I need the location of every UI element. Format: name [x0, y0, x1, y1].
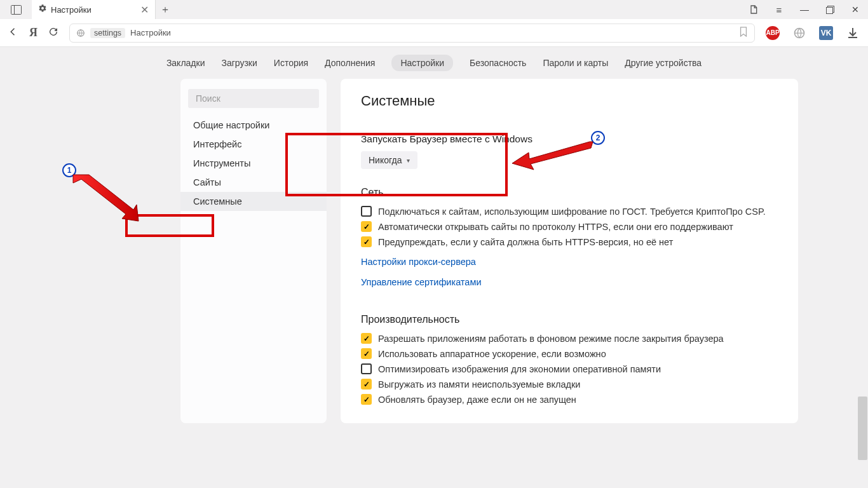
network-label-0[interactable]: Подключаться к сайтам, использующим шифр… [378, 207, 766, 217]
settings-topnav: ЗакладкиЗагрузкиИсторияДополненияНастрой… [0, 47, 868, 79]
performance-checkbox-3[interactable] [361, 379, 372, 390]
scrollbar-thumb[interactable] [858, 396, 867, 460]
minimize-button[interactable]: — [792, 0, 817, 19]
new-tab-button[interactable]: ＋ [156, 0, 175, 19]
certificates-link[interactable]: Управление сертификатами [361, 277, 481, 287]
bookmark-icon[interactable] [739, 27, 748, 39]
topnav-item-4[interactable]: Настройки [391, 55, 453, 71]
browser-tab[interactable]: Настройки ✕ [32, 0, 156, 19]
topnav-item-2[interactable]: История [274, 58, 308, 68]
tab-title: Настройки [51, 5, 137, 15]
network-row-1: Автоматически открывать сайты по протоко… [361, 221, 778, 232]
performance-label-3[interactable]: Выгружать из памяти неиспользуемые вклад… [378, 379, 580, 390]
settings-main-panel: Системные Запускать Браузер вместе с Win… [341, 79, 798, 423]
network-heading: Сеть [361, 187, 778, 198]
topnav-item-3[interactable]: Дополнения [325, 58, 375, 68]
performance-label-2[interactable]: Оптимизировать изображения для экономии … [378, 364, 661, 374]
globe-icon[interactable] [790, 24, 808, 42]
performance-label-0[interactable]: Разрешать приложениям работать в фоновом… [378, 334, 724, 344]
network-checkbox-1[interactable] [361, 221, 372, 232]
performance-checkbox-2[interactable] [361, 363, 372, 374]
network-checkbox-0[interactable] [361, 206, 372, 217]
address-host: settings [90, 28, 125, 38]
sidebar-item-2[interactable]: Инструменты [180, 154, 327, 173]
performance-row-3: Выгружать из памяти неиспользуемые вклад… [361, 379, 778, 390]
svg-rect-3 [826, 7, 832, 13]
performance-label-4[interactable]: Обновлять браузер, даже если он не запущ… [378, 395, 576, 405]
network-label-2[interactable]: Предупреждать, если у сайта должна быть … [378, 237, 673, 247]
performance-row-2: Оптимизировать изображения для экономии … [361, 363, 778, 374]
abp-extension-icon[interactable]: ABP [764, 24, 782, 42]
titlebar: Настройки ✕ ＋ ≡ — ✕ [0, 0, 868, 19]
back-button[interactable] [6, 26, 20, 40]
settings-sidebar: Поиск Общие настройкиИнтерфейсИнструмент… [180, 79, 327, 423]
close-tab-icon[interactable]: ✕ [140, 4, 149, 16]
address-bar[interactable]: settings Настройки [69, 24, 755, 43]
reload-button[interactable] [46, 27, 60, 39]
topnav-item-6[interactable]: Пароли и карты [543, 58, 608, 68]
performance-checkbox-0[interactable] [361, 333, 372, 344]
maximize-button[interactable] [817, 0, 843, 19]
close-window-button[interactable]: ✕ [843, 0, 868, 19]
downloads-icon[interactable] [844, 24, 862, 42]
sidebar-item-0[interactable]: Общие настройки [180, 116, 327, 135]
site-icon [76, 29, 85, 37]
network-label-1[interactable]: Автоматически открывать сайты по протоко… [378, 222, 733, 232]
startup-section: Запускать Браузер вместе с Windows Никог… [361, 123, 778, 175]
performance-row-1: Использовать аппаратное ускорение, если … [361, 348, 778, 359]
sidebar-item-1[interactable]: Интерфейс [180, 135, 327, 154]
sidebar-search-input[interactable]: Поиск [188, 89, 319, 108]
gear-icon [38, 4, 47, 15]
chevron-down-icon: ▾ [407, 157, 410, 164]
dropdown-value: Никогда [369, 155, 402, 165]
performance-row-4: Обновлять браузер, даже если он не запущ… [361, 394, 778, 405]
topnav-item-7[interactable]: Другие устройства [625, 58, 702, 68]
reading-mode-icon[interactable] [741, 0, 766, 19]
topnav-item-0[interactable]: Закладки [166, 58, 205, 68]
menu-icon[interactable]: ≡ [766, 0, 792, 19]
startup-dropdown[interactable]: Никогда ▾ [361, 151, 417, 169]
proxy-settings-link[interactable]: Настройки прокси-сервера [361, 257, 476, 267]
topnav-item-1[interactable]: Загрузки [221, 58, 257, 68]
performance-checkbox-4[interactable] [361, 394, 372, 405]
sidebar-item-4[interactable]: Системные [180, 192, 327, 211]
performance-row-0: Разрешать приложениям работать в фоновом… [361, 333, 778, 344]
svg-rect-0 [11, 5, 21, 14]
yandex-logo-icon[interactable]: Я [29, 26, 37, 39]
performance-checkbox-1[interactable] [361, 348, 372, 359]
startup-label: Запускать Браузер вместе с Windows [361, 133, 778, 145]
sidebar-toggle-button[interactable] [0, 0, 32, 19]
topnav-item-5[interactable]: Безопасность [470, 58, 526, 68]
performance-label-1[interactable]: Использовать аппаратное ускорение, если … [378, 349, 606, 359]
network-row-0: Подключаться к сайтам, использующим шифр… [361, 206, 778, 217]
network-row-2: Предупреждать, если у сайта должна быть … [361, 236, 778, 247]
vk-extension-icon[interactable]: VK [817, 24, 835, 42]
performance-heading: Производительность [361, 314, 778, 325]
sidebar-item-3[interactable]: Сайты [180, 173, 327, 192]
page-title: Системные [361, 93, 778, 109]
browser-toolbar: Я settings Настройки ABP VK [0, 19, 868, 47]
network-checkbox-2[interactable] [361, 236, 372, 247]
address-path: Настройки [130, 28, 171, 37]
